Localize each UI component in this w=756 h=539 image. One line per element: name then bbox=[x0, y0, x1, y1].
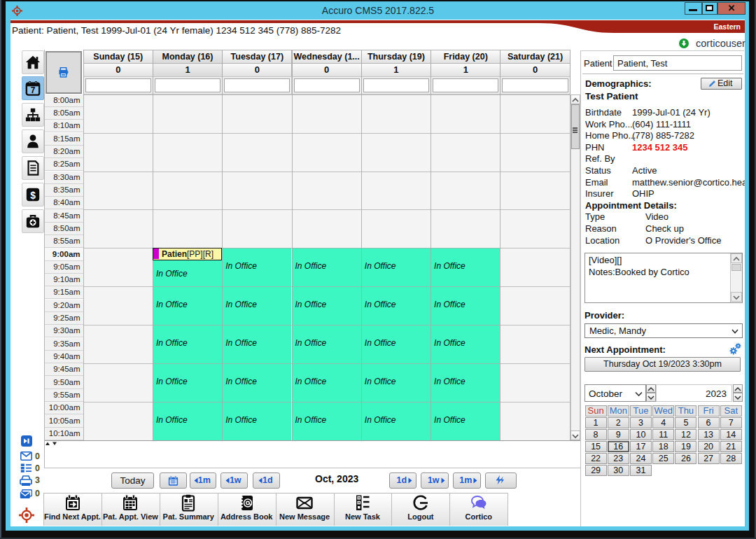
svg-text:7: 7 bbox=[31, 85, 36, 95]
svg-text:$: $ bbox=[30, 190, 36, 201]
